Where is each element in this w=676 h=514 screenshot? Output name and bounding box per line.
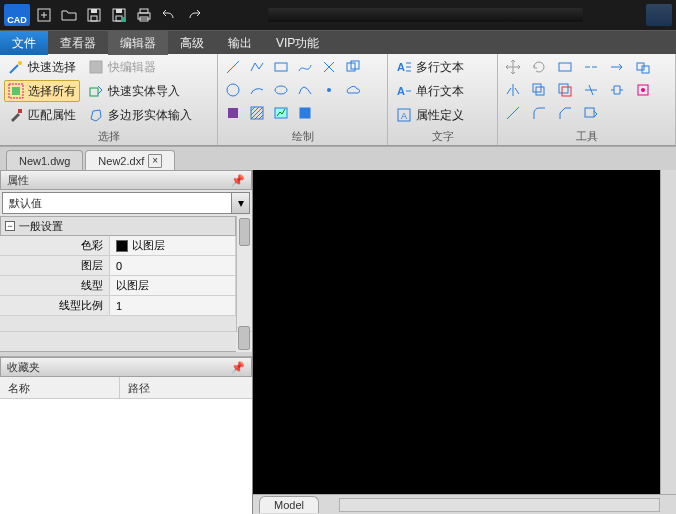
save-icon[interactable] xyxy=(83,4,105,26)
rotate-icon[interactable] xyxy=(528,56,550,78)
prop-value-text: 以图层 xyxy=(132,238,165,253)
quick-editor-button[interactable]: 快编辑器 xyxy=(84,56,196,78)
canvas-bottom-bar: Model xyxy=(253,494,676,514)
favorites-title: 收藏夹 xyxy=(7,360,40,375)
singletext-button[interactable]: A单行文本 xyxy=(392,80,493,102)
color-swatch-icon xyxy=(116,240,128,252)
cross-icon[interactable] xyxy=(318,56,340,78)
ribbon-group-select: 快速选择 选择所有 匹配属性 快编辑器 快速实体导入 多边形实体输入 选择 xyxy=(0,54,218,145)
canvas[interactable] xyxy=(253,170,676,494)
ellipse-icon[interactable] xyxy=(270,79,292,101)
trim-icon[interactable] xyxy=(580,79,602,101)
prop-value[interactable]: 0 xyxy=(110,256,236,276)
line-2-icon[interactable] xyxy=(502,102,524,124)
svg-rect-31 xyxy=(559,63,571,71)
menu-editor[interactable]: 编辑器 xyxy=(108,31,168,55)
property-category-label: 一般设置 xyxy=(19,219,63,234)
drawing-area: Model xyxy=(253,170,676,514)
menu-file[interactable]: 文件 xyxy=(0,31,48,55)
collapse-icon[interactable]: − xyxy=(5,221,15,231)
attrdef-label: 属性定义 xyxy=(416,107,464,124)
prop-value[interactable]: 1 xyxy=(110,296,236,316)
move-icon[interactable] xyxy=(502,56,524,78)
menu-advanced[interactable]: 高级 xyxy=(168,31,216,55)
stretch-icon[interactable] xyxy=(606,79,628,101)
undo-icon[interactable] xyxy=(158,4,180,26)
menu-viewer[interactable]: 查看器 xyxy=(48,31,108,55)
block-icon[interactable] xyxy=(294,102,316,124)
svg-point-22 xyxy=(327,88,331,92)
tools-misc-icon[interactable] xyxy=(632,79,654,101)
app-logo[interactable]: CAD xyxy=(4,4,30,26)
svg-rect-14 xyxy=(18,109,22,113)
canvas-scrollbar-horizontal[interactable] xyxy=(339,498,660,512)
chamfer-icon[interactable] xyxy=(554,102,576,124)
favorites-col-path[interactable]: 路径 xyxy=(120,377,158,398)
prop-value[interactable]: 以图层 xyxy=(110,236,236,256)
image-icon[interactable] xyxy=(270,102,292,124)
svg-rect-13 xyxy=(12,87,20,95)
svg-rect-35 xyxy=(536,87,544,95)
circle-icon[interactable] xyxy=(222,79,244,101)
group-icon[interactable] xyxy=(632,56,654,78)
dedup-icon[interactable] xyxy=(554,79,576,101)
doc-tab[interactable]: New1.dwg xyxy=(6,150,83,170)
menu-output[interactable]: 输出 xyxy=(216,31,264,55)
rect-icon[interactable] xyxy=(270,56,292,78)
ribbon-group-draw-label: 绘制 xyxy=(222,129,383,145)
pin-icon[interactable]: 📌 xyxy=(231,361,245,374)
mtext-icon: A xyxy=(396,59,412,75)
hatch-icon[interactable] xyxy=(246,102,268,124)
properties-scrollbar[interactable] xyxy=(236,216,252,331)
chevron-down-icon[interactable]: ▾ xyxy=(231,193,249,213)
rect-tool-icon[interactable] xyxy=(554,56,576,78)
new-icon[interactable] xyxy=(33,4,55,26)
spline-icon[interactable] xyxy=(294,79,316,101)
freehand-icon[interactable] xyxy=(294,56,316,78)
svg-rect-3 xyxy=(91,9,97,13)
menu-vip[interactable]: VIP功能 xyxy=(264,31,331,55)
mtext-button[interactable]: A多行文本 xyxy=(392,56,493,78)
redo-icon[interactable] xyxy=(183,4,205,26)
quick-entity-import-button[interactable]: 快速实体导入 xyxy=(84,80,196,102)
close-icon[interactable]: × xyxy=(148,154,162,168)
property-category[interactable]: − 一般设置 xyxy=(0,216,236,236)
favorites-col-name[interactable]: 名称 xyxy=(0,377,120,398)
attrdef-button[interactable]: A属性定义 xyxy=(392,104,493,126)
modelspace-tab[interactable]: Model xyxy=(259,496,319,513)
select-all-label: 选择所有 xyxy=(28,83,76,100)
singletext-label: 单行文本 xyxy=(416,83,464,100)
properties-scrollbar-bottom[interactable] xyxy=(236,332,252,352)
svg-rect-2 xyxy=(91,16,97,21)
pin-icon[interactable]: 📌 xyxy=(231,174,245,187)
match-prop-button[interactable]: 匹配属性 xyxy=(4,104,80,126)
doc-tab[interactable]: New2.dxf× xyxy=(85,150,175,170)
copy-icon[interactable] xyxy=(342,56,364,78)
point-icon[interactable] xyxy=(318,79,340,101)
mirror-icon[interactable] xyxy=(502,79,524,101)
line-icon[interactable] xyxy=(222,56,244,78)
properties-filter-dropdown[interactable]: 默认值 ▾ xyxy=(2,192,250,214)
open-icon[interactable] xyxy=(58,4,80,26)
offset-icon[interactable] xyxy=(528,79,550,101)
extend-icon[interactable] xyxy=(606,56,628,78)
select-all-button[interactable]: 选择所有 xyxy=(4,80,80,102)
ribbon-group-tools: 工具 xyxy=(498,54,676,145)
donut-icon[interactable] xyxy=(222,102,244,124)
print-icon[interactable] xyxy=(133,4,155,26)
fillet-icon[interactable] xyxy=(528,102,550,124)
cloud-icon[interactable] xyxy=(342,79,364,101)
block-tool-icon[interactable] xyxy=(580,102,602,124)
canvas-scrollbar-vertical[interactable] xyxy=(660,170,676,494)
break-icon[interactable] xyxy=(580,56,602,78)
ribbon-group-draw: 绘制 xyxy=(218,54,388,145)
poly-entity-input-button[interactable]: 多边形实体输入 xyxy=(84,104,196,126)
quick-select-button[interactable]: 快速选择 xyxy=(4,56,80,78)
ribbon-group-text: A多行文本 A单行文本 A属性定义 文字 xyxy=(388,54,498,145)
workspace: 属性 📌 默认值 ▾ − 一般设置 色彩 以图层 图层 0 线型 以图层 xyxy=(0,170,676,514)
arc-icon[interactable] xyxy=(246,79,268,101)
prop-value[interactable]: 以图层 xyxy=(110,276,236,296)
saveas-icon[interactable] xyxy=(108,4,130,26)
svg-text:A: A xyxy=(401,111,407,121)
polyline-icon[interactable] xyxy=(246,56,268,78)
